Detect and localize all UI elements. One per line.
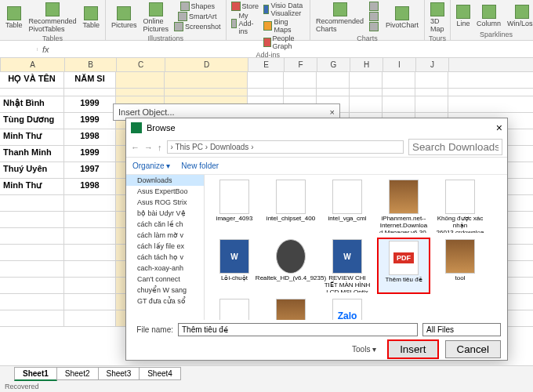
up-button[interactable]: ↑ bbox=[158, 143, 162, 152]
zalo-file-icon: Zalo bbox=[332, 299, 362, 320]
folder-tree[interactable]: DownloadsAsus ExpertBooAsus ROG Strixbộ … bbox=[126, 175, 205, 320]
col-header-j[interactable]: J bbox=[416, 58, 449, 71]
pictures-button[interactable]: Pictures bbox=[109, 2, 140, 34]
col-header-a[interactable]: A bbox=[1, 58, 65, 71]
sparklines-group-label: Sparklines bbox=[454, 30, 533, 38]
chart-type-1[interactable] bbox=[368, 2, 382, 11]
sheet-tab-1[interactable]: Sheet1 bbox=[14, 367, 57, 381]
cell-year[interactable]: 1999 bbox=[64, 113, 116, 129]
tree-item[interactable]: cách lấy file ex bbox=[126, 241, 204, 252]
file-item[interactable]: imager_4093 bbox=[208, 178, 261, 234]
file-list[interactable]: imager_4093intel_chipset_400intel_vga_cm… bbox=[205, 175, 507, 320]
recommended-charts-button[interactable]: Recommended Charts bbox=[314, 2, 366, 34]
file-item[interactable]: Không được xác nhận 26013.crdownloa bbox=[433, 178, 487, 234]
tools-dropdown[interactable]: Tools ▾ bbox=[352, 345, 376, 354]
cell-year[interactable]: 1998 bbox=[64, 179, 116, 194]
name-box[interactable] bbox=[0, 48, 38, 51]
insert-object-title: Insert Object... bbox=[118, 107, 175, 117]
dialog-close-button[interactable]: × bbox=[496, 122, 502, 134]
tree-item[interactable]: chuyển W sang bbox=[126, 285, 204, 296]
txt-file-icon bbox=[276, 180, 306, 214]
cell-name[interactable]: Tùng Dương bbox=[0, 113, 64, 129]
screenshot-button[interactable]: Screenshot bbox=[172, 22, 223, 31]
chart-type-3[interactable] bbox=[368, 22, 382, 31]
file-item[interactable]: ZaloZalo bbox=[321, 297, 374, 320]
file-item[interactable]: intel_chipset_400 bbox=[264, 178, 317, 234]
shapes-button[interactable]: Shapes bbox=[172, 2, 223, 11]
col-header-i[interactable]: I bbox=[383, 58, 416, 71]
sheet-tab-4[interactable]: Sheet4 bbox=[139, 367, 181, 380]
close-icon[interactable]: × bbox=[330, 107, 335, 117]
sparkline-column-button[interactable]: Column bbox=[474, 2, 503, 30]
tree-item[interactable]: cach-xoay-anh bbox=[126, 263, 204, 274]
people-graph-button[interactable]: People Graph bbox=[262, 34, 306, 50]
sheet-tab-2[interactable]: Sheet2 bbox=[56, 367, 99, 380]
file-item[interactable] bbox=[264, 297, 317, 320]
cell-name[interactable]: Thanh Minh bbox=[0, 146, 64, 162]
tree-item[interactable]: Asus ExpertBoo bbox=[126, 186, 204, 197]
header-name[interactable]: HỌ VÀ TÊN bbox=[0, 72, 64, 88]
tree-item[interactable]: cách tách họ v bbox=[126, 252, 204, 263]
tree-item[interactable]: cách làm mờ v bbox=[126, 230, 204, 241]
online-pictures-button[interactable]: Online Pictures bbox=[141, 2, 172, 34]
store-button[interactable]: Store bbox=[230, 2, 261, 11]
pivot-table-button[interactable]: Table bbox=[3, 2, 25, 34]
table-button[interactable]: Table bbox=[81, 2, 103, 34]
back-button[interactable]: ← bbox=[131, 143, 140, 152]
recommended-pivot-button[interactable]: Recommended PivotTables bbox=[27, 2, 79, 34]
insert-button[interactable]: Insert bbox=[387, 339, 438, 359]
cell-year[interactable]: 1999 bbox=[64, 96, 116, 112]
new-folder-button[interactable]: New folder bbox=[181, 162, 219, 170]
file-item[interactable]: WREVIEW CHI TIẾT MÀN HÌNH LCD MSI Optix … bbox=[321, 238, 374, 294]
sparkline-winloss-button[interactable]: Win/Loss bbox=[505, 2, 533, 30]
file-item[interactable]: tool bbox=[433, 238, 487, 294]
file-item[interactable]: Realtek_HD_(v6.4_9235) bbox=[264, 238, 317, 294]
visio-button[interactable]: Visio Data Visualizer bbox=[262, 2, 306, 17]
file-item[interactable] bbox=[208, 297, 261, 320]
tree-item[interactable]: Asus ROG Strix bbox=[126, 197, 204, 208]
bing-maps-button[interactable]: Bing Maps bbox=[262, 18, 306, 34]
file-item[interactable]: iPhanmem.net--Internet.Downloa d.Manager… bbox=[377, 178, 430, 234]
organize-button[interactable]: Organize ▾ bbox=[132, 162, 170, 170]
3d-map-button[interactable]: 3D Map bbox=[428, 2, 447, 34]
cell-name[interactable]: Nhật Bình bbox=[0, 96, 64, 112]
smartart-button[interactable]: SmartArt bbox=[172, 12, 223, 21]
breadcrumb[interactable]: › This PC › Downloads › bbox=[167, 140, 404, 154]
file-item[interactable]: intel_vga_cml bbox=[321, 178, 374, 234]
chart-type-2[interactable] bbox=[368, 12, 382, 21]
pivotchart-button[interactable]: PivotChart bbox=[383, 2, 421, 34]
col-header-b[interactable]: B bbox=[65, 58, 117, 71]
my-addins-button[interactable]: My Add-ins bbox=[230, 12, 261, 35]
txt-file-icon bbox=[332, 180, 362, 214]
sparkline-line-button[interactable]: Line bbox=[454, 2, 473, 30]
col-header-d[interactable]: D bbox=[165, 58, 248, 71]
col-header-h[interactable]: H bbox=[350, 58, 383, 71]
cell-year[interactable]: 1997 bbox=[64, 162, 116, 178]
file-name-input[interactable] bbox=[178, 323, 418, 336]
tree-item[interactable]: bộ bài Udyr Vệ bbox=[126, 208, 204, 219]
forward-button[interactable]: → bbox=[144, 143, 153, 152]
file-item[interactable]: Thêm tiêu đề bbox=[377, 238, 430, 294]
col-header-g[interactable]: G bbox=[317, 58, 350, 71]
file-item[interactable]: WLỗi-chuột bbox=[208, 238, 261, 294]
tree-item[interactable]: cách căn lề ch bbox=[126, 219, 204, 230]
cancel-button[interactable]: Cancel bbox=[445, 340, 502, 358]
cell-name[interactable]: Thuý Uyên bbox=[0, 162, 64, 178]
cell-year[interactable]: 1999 bbox=[64, 146, 116, 162]
tree-item[interactable]: GT đưa cửa sổ bbox=[126, 296, 204, 307]
col-header-e[interactable]: E bbox=[248, 58, 285, 71]
cell-name[interactable]: Minh Thư bbox=[0, 179, 64, 194]
header-year[interactable]: NĂM SI bbox=[64, 72, 116, 88]
sheet-tab-3[interactable]: Sheet3 bbox=[98, 367, 140, 380]
col-header-f[interactable]: F bbox=[285, 58, 317, 71]
cell-year[interactable]: 1998 bbox=[64, 129, 116, 145]
ribbon: Table Recommended PivotTables Table Tabl… bbox=[0, 0, 533, 41]
tree-item[interactable]: Downloads bbox=[126, 175, 204, 186]
col-header-c[interactable]: C bbox=[117, 58, 165, 71]
search-input[interactable] bbox=[408, 139, 502, 155]
fx-button[interactable]: fx bbox=[38, 45, 54, 54]
tree-item[interactable]: Can't connect bbox=[126, 274, 204, 285]
cell-name[interactable]: Minh Thư bbox=[0, 129, 64, 145]
file-filter-dropdown[interactable] bbox=[422, 323, 501, 336]
file-label: iPhanmem.net--Internet.Downloa d.Manager… bbox=[379, 216, 429, 233]
